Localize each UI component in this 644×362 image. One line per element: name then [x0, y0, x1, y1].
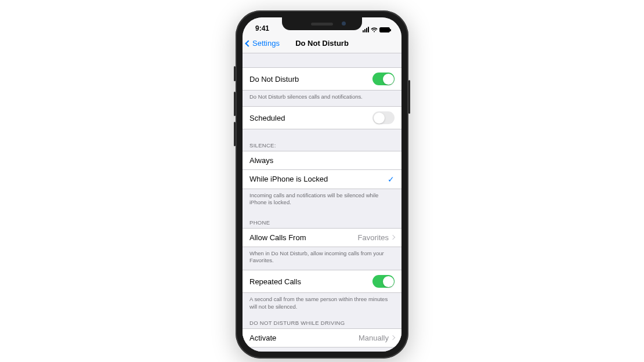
side-button: [408, 80, 410, 114]
chevron-left-icon: [245, 40, 251, 46]
phone-frame: 9:41 Settings Do Not Disturb Do Not Dist…: [236, 10, 408, 359]
silence-always-label: Always: [249, 156, 273, 165]
battery-icon: [379, 27, 390, 32]
repeated-calls-row[interactable]: Repeated Calls: [243, 270, 401, 293]
allow-calls-footer: When in Do Not Disturb, allow incoming c…: [243, 247, 401, 270]
scheduled-row[interactable]: Scheduled: [243, 106, 401, 129]
screen: 9:41 Settings Do Not Disturb Do Not Dist…: [243, 17, 401, 352]
speaker: [311, 23, 333, 26]
back-button[interactable]: Settings: [246, 39, 280, 48]
silence-locked-row[interactable]: While iPhone is Locked ✓: [243, 170, 401, 189]
allow-calls-label: Allow Calls From: [249, 233, 306, 242]
cellular-signal-icon: [363, 27, 369, 32]
dnd-footer: Do Not Disturb silences calls and notifi…: [243, 91, 401, 106]
settings-content[interactable]: Do Not Disturb Do Not Disturb silences c…: [243, 53, 401, 352]
navigation-bar: Settings Do Not Disturb: [243, 34, 401, 53]
scheduled-toggle[interactable]: [372, 111, 395, 124]
notch: [282, 17, 362, 30]
repeated-calls-toggle[interactable]: [372, 275, 395, 288]
status-indicators: [363, 27, 392, 32]
allow-calls-row[interactable]: Allow Calls From Favorites: [243, 228, 401, 247]
wifi-icon: [371, 27, 378, 32]
status-time: 9:41: [252, 24, 269, 32]
volume-up: [234, 92, 236, 116]
repeated-calls-label: Repeated Calls: [249, 277, 301, 286]
activate-row[interactable]: Activate Manually: [243, 328, 401, 347]
dnd-row[interactable]: Do Not Disturb: [243, 67, 401, 91]
chevron-right-icon: [390, 235, 395, 240]
driving-header: DO NOT DISTURB WHILE DRIVING: [243, 316, 401, 328]
volume-down: [234, 122, 236, 146]
allow-calls-value: Favorites: [358, 233, 389, 242]
scheduled-label: Scheduled: [249, 114, 285, 122]
activate-value: Manually: [359, 334, 389, 342]
repeated-calls-footer: A second call from the same person withi…: [243, 293, 401, 316]
silence-header: SILENCE:: [243, 129, 401, 151]
silence-footer: Incoming calls and notifications will be…: [243, 189, 401, 212]
driving-footer: Limit notifications while driving. Incom…: [243, 347, 401, 352]
silence-always-row[interactable]: Always: [243, 151, 401, 170]
checkmark-icon: ✓: [388, 175, 395, 184]
back-label: Settings: [252, 39, 280, 48]
dnd-label: Do Not Disturb: [249, 75, 299, 84]
silence-locked-label: While iPhone is Locked: [249, 175, 328, 183]
phone-header: PHONE: [243, 212, 401, 228]
chevron-right-icon: [390, 335, 395, 340]
dnd-toggle[interactable]: [372, 73, 395, 85]
front-camera: [342, 21, 346, 26]
mute-switch: [234, 66, 236, 81]
page-title: Do Not Disturb: [295, 39, 349, 48]
activate-label: Activate: [249, 334, 276, 342]
